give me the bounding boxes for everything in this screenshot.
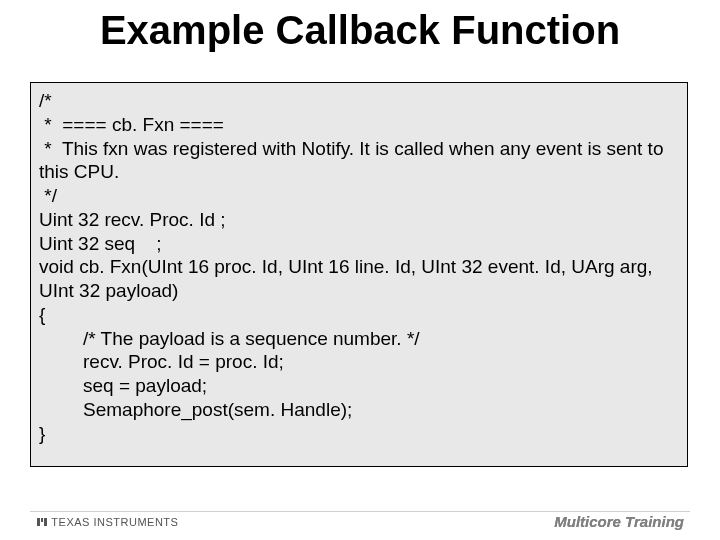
code-line: {: [39, 303, 679, 327]
code-line: Semaphore_post(sem. Handle);: [39, 398, 679, 422]
page-title: Example Callback Function: [0, 8, 720, 53]
code-line: * This fxn was registered with Notify. I…: [39, 137, 679, 185]
code-line: void cb. Fxn(UInt 16 proc. Id, UInt 16 l…: [39, 255, 679, 303]
code-line: recv. Proc. Id = proc. Id;: [39, 350, 679, 374]
code-line: }: [39, 422, 679, 446]
code-block: /* * ==== cb. Fxn ==== * This fxn was re…: [30, 82, 688, 467]
footer-right-text: Multicore Training: [554, 513, 684, 530]
slide: Example Callback Function /* * ==== cb. …: [0, 0, 720, 540]
code-line: Uint 32 recv. Proc. Id ;: [39, 208, 679, 232]
code-line: /* The payload is a sequence number. */: [39, 327, 679, 351]
code-line: * ==== cb. Fxn ====: [39, 113, 679, 137]
ti-logo-icon: [36, 516, 48, 530]
svg-rect-2: [44, 518, 47, 526]
code-line: */: [39, 184, 679, 208]
footer-brand: TEXAS INSTRUMENTS: [36, 516, 178, 530]
code-line: seq = payload;: [39, 374, 679, 398]
footer: TEXAS INSTRUMENTS Multicore Training: [0, 500, 720, 532]
code-line: /*: [39, 89, 679, 113]
svg-rect-0: [37, 518, 40, 526]
svg-rect-1: [41, 518, 43, 522]
code-line: Uint 32 seq ;: [39, 232, 679, 256]
footer-brand-text: TEXAS INSTRUMENTS: [51, 516, 178, 528]
